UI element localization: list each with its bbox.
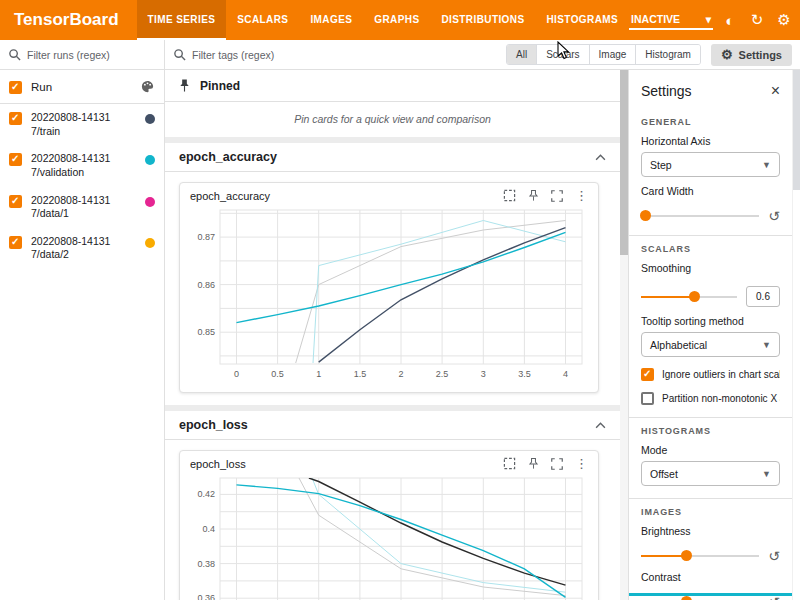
filter-image-button[interactable]: Image	[590, 45, 637, 64]
slider-thumb[interactable]	[689, 291, 700, 302]
scrollbar-thumb[interactable]	[620, 70, 628, 255]
card-title: epoch_loss	[190, 458, 246, 470]
tab-time-series[interactable]: TIME SERIES	[137, 0, 227, 40]
tab-scalars[interactable]: SCALARS	[226, 0, 299, 40]
pin-card-icon[interactable]	[528, 457, 539, 470]
card-width-slider[interactable]	[641, 215, 759, 217]
fit-domain-icon[interactable]	[503, 189, 516, 202]
reset-icon[interactable]: ↺	[768, 549, 780, 563]
gear-icon: ⚙	[721, 47, 733, 62]
slider-thumb[interactable]	[640, 210, 651, 221]
settings-panel: Settings × GENERAL Horizontal Axis Step …	[628, 70, 792, 600]
svg-text:4: 4	[563, 369, 568, 379]
main-column: All Scalars Image Histogram ⚙ Settings	[165, 40, 800, 600]
fullscreen-icon[interactable]	[551, 458, 563, 470]
pinned-hint: Pin cards for a quick view and compariso…	[165, 102, 620, 137]
run-color-dot	[145, 238, 155, 248]
chevron-down-icon: ▼	[762, 160, 771, 170]
run-label: 20220808-141317/data/2	[31, 235, 119, 262]
select-all-runs-checkbox[interactable]	[9, 81, 22, 94]
run-color-palette-icon[interactable]	[140, 79, 155, 94]
run-color-dot	[145, 155, 155, 165]
ignore-outliers-row[interactable]: Ignore outliers in chart scaling	[641, 368, 780, 381]
svg-text:0.5: 0.5	[271, 369, 284, 379]
run-checkbox[interactable]	[9, 112, 22, 125]
brightness-slider[interactable]	[641, 555, 759, 557]
section-title: epoch_loss	[179, 418, 248, 432]
card-width-label: Card Width	[641, 185, 780, 197]
chevron-down-icon: ▾	[706, 13, 711, 25]
run-checkbox[interactable]	[9, 195, 22, 208]
scrollbar-thumb[interactable]	[793, 70, 800, 190]
theme-toggle-icon[interactable]: ◐	[720, 10, 740, 30]
run-checkbox[interactable]	[9, 153, 22, 166]
settings-button[interactable]: ⚙ Settings	[711, 44, 792, 66]
app-header: TensorBoard TIME SERIES SCALARS IMAGES G…	[0, 0, 800, 40]
filter-tags-input[interactable]	[192, 49, 342, 61]
tab-distributions[interactable]: DISTRIBUTIONS	[430, 0, 535, 40]
tooltip-sorting-label: Tooltip sorting method	[641, 315, 780, 327]
section-epoch-loss: epoch_loss epoch_loss ⋮	[165, 411, 620, 600]
run-checkbox[interactable]	[9, 236, 22, 249]
main-nav: TIME SERIES SCALARS IMAGES GRAPHS DISTRI…	[137, 0, 630, 40]
line-chart-epoch-loss[interactable]: 0.420.40.380.3600.511.522.533.54	[180, 470, 598, 600]
content-area: Run 20220808-141317/train 20220808-14131…	[0, 40, 800, 600]
filter-runs-row	[0, 40, 164, 70]
filter-histogram-button[interactable]: Histogram	[636, 45, 700, 64]
card-header: epoch_accuracy ⋮	[180, 183, 598, 202]
card-header: epoch_loss ⋮	[180, 451, 598, 470]
collapse-chevron-icon[interactable]	[595, 422, 606, 429]
run-row-train[interactable]: 20220808-141317/train	[0, 104, 164, 145]
fit-domain-icon[interactable]	[503, 457, 516, 470]
app-logo[interactable]: TensorBoard	[0, 0, 137, 40]
ignore-outliers-checkbox[interactable]	[641, 368, 654, 381]
close-icon[interactable]: ×	[771, 83, 780, 99]
run-label: 20220808-141317/validation	[31, 152, 119, 179]
svg-text:1.5: 1.5	[354, 369, 367, 379]
partition-x-axis-checkbox[interactable]	[641, 392, 654, 405]
main-scrollbar[interactable]	[620, 70, 628, 600]
run-label: 20220808-141317/train	[31, 111, 119, 138]
run-row-data2[interactable]: 20220808-141317/data/2	[0, 228, 164, 269]
tab-histograms[interactable]: HISTOGRAMS	[535, 0, 629, 40]
horizontal-axis-select[interactable]: Step ▼	[641, 152, 780, 177]
brightness-label: Brightness	[641, 525, 780, 537]
settings-scrollbar[interactable]	[792, 70, 800, 600]
reset-icon[interactable]: ↺	[768, 209, 780, 223]
tab-images[interactable]: IMAGES	[299, 0, 363, 40]
run-row-validation[interactable]: 20220808-141317/validation	[0, 145, 164, 186]
slider-thumb[interactable]	[681, 596, 692, 600]
run-row-data1[interactable]: 20220808-141317/data/1	[0, 187, 164, 228]
settings-title: Settings	[641, 83, 692, 99]
reload-status-select[interactable]: INACTIVE ▾	[629, 10, 713, 30]
more-options-icon[interactable]: ⋮	[575, 457, 588, 470]
tag-type-filter-group: All Scalars Image Histogram	[506, 44, 701, 65]
filter-scalars-button[interactable]: Scalars	[537, 45, 589, 64]
ignore-outliers-label: Ignore outliers in chart scaling	[662, 369, 780, 380]
partition-x-axis-row[interactable]: Partition non-monotonic X axis	[641, 392, 780, 405]
histogram-mode-select[interactable]: Offset ▼	[641, 461, 780, 486]
smoothing-slider[interactable]	[641, 296, 737, 298]
more-options-icon[interactable]: ⋮	[575, 189, 588, 202]
teal-divider	[629, 593, 792, 596]
section-header-epoch-loss[interactable]: epoch_loss	[165, 411, 620, 440]
pinned-title: Pinned	[200, 79, 240, 93]
pin-card-icon[interactable]	[528, 189, 539, 202]
line-chart-epoch-accuracy[interactable]: 0.870.860.8500.511.522.533.54	[180, 202, 598, 392]
tab-graphs[interactable]: GRAPHS	[363, 0, 430, 40]
partition-x-axis-label: Partition non-monotonic X axis	[662, 393, 780, 404]
settings-gear-icon[interactable]: ⚙	[774, 10, 794, 30]
fullscreen-icon[interactable]	[551, 190, 563, 202]
run-color-dot	[145, 197, 155, 207]
histogram-mode-label: Mode	[641, 444, 780, 456]
slider-thumb[interactable]	[681, 550, 692, 561]
svg-text:0.42: 0.42	[197, 489, 215, 499]
tooltip-sorting-select[interactable]: Alphabetical ▼	[641, 332, 780, 357]
smoothing-value-input[interactable]	[746, 286, 780, 307]
refresh-icon[interactable]: ↻	[747, 10, 767, 30]
filter-all-button[interactable]: All	[507, 45, 537, 64]
filter-runs-input[interactable]	[27, 49, 145, 61]
collapse-chevron-icon[interactable]	[595, 154, 606, 161]
section-header-epoch-accuracy[interactable]: epoch_accuracy	[165, 143, 620, 172]
divider	[629, 235, 792, 236]
